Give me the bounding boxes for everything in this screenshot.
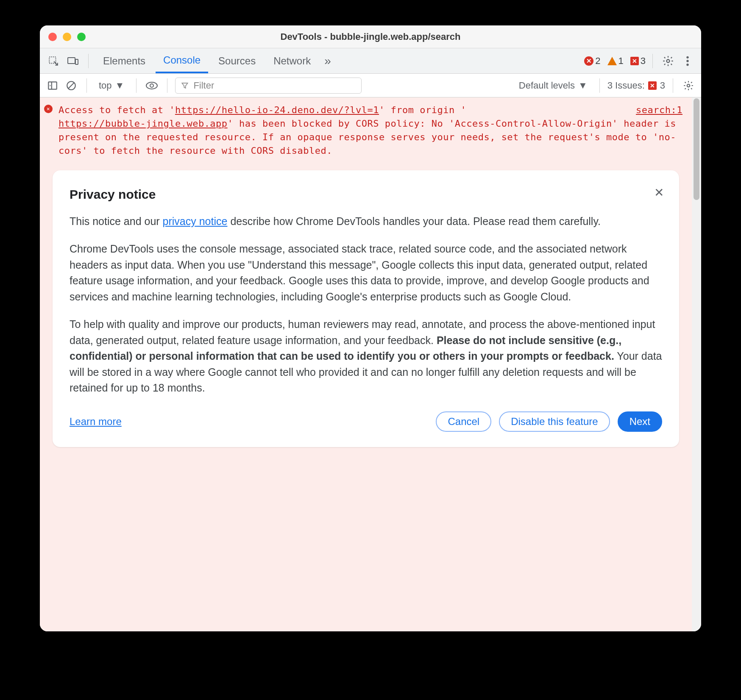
chevron-down-icon: ▼ (578, 80, 588, 91)
svg-rect-7 (48, 82, 57, 89)
svg-point-4 (686, 56, 688, 58)
divider (673, 78, 673, 93)
divider (167, 78, 167, 93)
more-tabs-button[interactable]: » (321, 48, 334, 73)
svg-rect-1 (68, 58, 75, 64)
chevron-double-right-icon: » (324, 54, 331, 68)
traffic-lights (48, 33, 86, 41)
error-icon: ✕ (44, 105, 53, 113)
context-selector[interactable]: top ▼ (95, 80, 128, 91)
console-error-message[interactable]: ✕ search:1 Access to fetch at 'https://h… (40, 97, 692, 164)
error-source-link[interactable]: search:1 (636, 103, 682, 117)
tab-console[interactable]: Console (156, 48, 208, 73)
settings-icon[interactable] (660, 53, 677, 69)
console-settings-icon[interactable] (681, 78, 696, 93)
filter-placeholder: Filter (193, 80, 214, 91)
context-label: top (99, 80, 112, 91)
error-text: Access to fetch at ' (58, 105, 175, 115)
learn-more-link[interactable]: Learn more (70, 416, 122, 428)
levels-label: Default levels (519, 80, 575, 91)
issues-link[interactable]: 3 Issues: ✕ 3 (607, 80, 665, 91)
warning-badge-icon (607, 57, 617, 65)
tab-label: Network (273, 55, 311, 67)
card-actions: Learn more Cancel Disable this feature N… (70, 411, 662, 432)
privacy-notice-card: ✕ Privacy notice This notice and our pri… (53, 170, 679, 447)
clear-console-icon[interactable] (64, 78, 79, 93)
live-expression-icon[interactable] (144, 78, 159, 93)
inspect-icon[interactable] (45, 53, 62, 69)
console-toolbar: top ▼ Filter Default levels ▼ 3 Issues: … (40, 74, 701, 97)
error-url-link[interactable]: https://hello-io-24.deno.dev/?lvl=1 (175, 105, 379, 115)
divider (652, 54, 653, 68)
tab-label: Console (163, 54, 201, 66)
error-badge-icon: ✕ (584, 56, 593, 66)
issues-label: 3 Issues: (607, 80, 645, 91)
issue-count: 3 (641, 56, 646, 67)
status-badges[interactable]: ✕ 2 1 ✕ 3 (584, 56, 646, 67)
close-window-button[interactable] (48, 33, 57, 41)
cancel-button[interactable]: Cancel (436, 411, 491, 432)
disable-feature-button[interactable]: Disable this feature (499, 411, 610, 432)
chevron-down-icon: ▼ (115, 80, 125, 91)
tab-elements[interactable]: Elements (95, 48, 153, 73)
window-title: DevTools - bubble-jingle.web.app/search (40, 31, 701, 42)
error-text: ' from origin ' (379, 105, 466, 115)
privacy-notice-link[interactable]: privacy notice (163, 215, 228, 227)
tab-label: Sources (218, 55, 256, 67)
console-content: ✕ search:1 Access to fetch at 'https://h… (40, 97, 692, 631)
card-paragraph: Chrome DevTools uses the console message… (70, 241, 662, 305)
next-button[interactable]: Next (618, 411, 662, 432)
divider (88, 54, 89, 68)
log-levels-selector[interactable]: Default levels ▼ (515, 80, 592, 91)
card-paragraph: This notice and our privacy notice descr… (70, 214, 662, 230)
tab-network[interactable]: Network (266, 48, 318, 73)
issue-badge-icon: ✕ (630, 57, 639, 65)
filter-input[interactable]: Filter (175, 78, 362, 94)
tab-label: Elements (103, 55, 145, 67)
svg-point-11 (146, 82, 157, 89)
error-count: 2 (595, 56, 600, 67)
devtools-window: DevTools - bubble-jingle.web.app/search … (40, 25, 701, 631)
scrollbar-thumb[interactable] (694, 98, 699, 200)
filter-icon (181, 81, 189, 90)
tab-sources[interactable]: Sources (211, 48, 263, 73)
card-heading: Privacy notice (70, 187, 662, 202)
divider (136, 78, 136, 93)
divider (599, 78, 600, 93)
error-url-link[interactable]: https://bubble-jingle.web.app (58, 118, 228, 129)
svg-rect-2 (75, 59, 78, 64)
card-paragraph: To help with quality and improve our pro… (70, 317, 662, 396)
more-menu-icon[interactable] (679, 53, 696, 69)
maximize-window-button[interactable] (77, 33, 86, 41)
divider (86, 78, 87, 93)
svg-point-12 (150, 84, 153, 87)
svg-point-6 (686, 63, 688, 65)
scrollbar[interactable] (692, 97, 701, 631)
titlebar: DevTools - bubble-jingle.web.app/search (40, 25, 701, 48)
minimize-window-button[interactable] (63, 33, 71, 41)
tabbar: Elements Console Sources Network » ✕ 2 1… (40, 48, 701, 74)
issues-count: 3 (660, 80, 665, 91)
issue-badge-icon: ✕ (648, 81, 657, 90)
warning-count: 1 (618, 56, 624, 67)
svg-point-3 (667, 59, 670, 62)
device-toolbar-icon[interactable] (64, 53, 81, 69)
svg-point-13 (687, 84, 690, 87)
close-card-button[interactable]: ✕ (654, 186, 664, 200)
svg-line-10 (69, 83, 74, 88)
toggle-sidebar-icon[interactable] (45, 78, 60, 93)
svg-point-5 (686, 60, 688, 62)
